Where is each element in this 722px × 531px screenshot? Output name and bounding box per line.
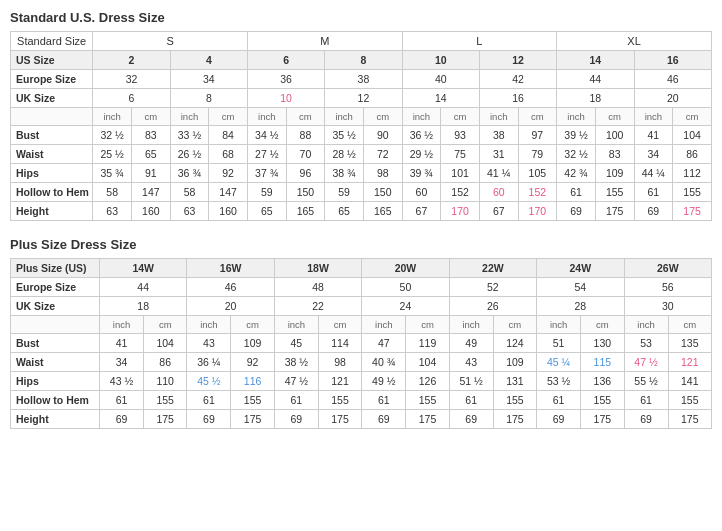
- us-size-row: US Size 2 4 6 8 10 12 14 16: [11, 51, 712, 70]
- eu-36: 36: [247, 70, 324, 89]
- plus-unit-row: inchcm inchcm inchcm inchcm inchcm inchc…: [11, 316, 712, 334]
- plus-table: Plus Size (US) 14W 16W 18W 20W 22W 24W 2…: [10, 258, 712, 429]
- plus-hips-label: Hips: [11, 372, 100, 391]
- bust-2: 33 ½: [170, 126, 209, 145]
- m-group: M: [247, 32, 402, 51]
- eu-46: 46: [634, 70, 711, 89]
- bust-5: 88: [286, 126, 325, 145]
- hollow-hem-row: Hollow to Hem 58 147 58 147 59 150 59 15…: [11, 183, 712, 202]
- bust-11: 97: [518, 126, 557, 145]
- bust-row: Bust 32 ½ 83 33 ½ 84 34 ½ 88 35 ½ 90 36 …: [11, 126, 712, 145]
- uk-12: 12: [325, 89, 402, 108]
- us-size-4: 4: [170, 51, 247, 70]
- bust-label: Bust: [11, 126, 93, 145]
- plus-22w: 22W: [449, 259, 536, 278]
- height-row: Height 63 160 63 160 65 165 65 165 67 17…: [11, 202, 712, 221]
- us-size-10: 10: [402, 51, 479, 70]
- us-size-8: 8: [325, 51, 402, 70]
- plus-height-label: Height: [11, 410, 100, 429]
- uk-14: 14: [402, 89, 479, 108]
- s-group: S: [93, 32, 248, 51]
- bust-1: 83: [131, 126, 170, 145]
- hips-label: Hips: [11, 164, 93, 183]
- eu-44: 44: [557, 70, 634, 89]
- bust-9: 93: [441, 126, 480, 145]
- uk-20: 20: [634, 89, 711, 108]
- eu-38: 38: [325, 70, 402, 89]
- uk-18: 18: [557, 89, 634, 108]
- uk-6: 6: [93, 89, 170, 108]
- bust-13: 100: [595, 126, 634, 145]
- standard-table: Standard Size S M L XL US Size 2 4 6 8 1…: [10, 31, 712, 221]
- us-size-12: 12: [479, 51, 556, 70]
- plus-europe-label: Europe Size: [11, 278, 100, 297]
- bust-0: 32 ½: [93, 126, 132, 145]
- bust-10: 38: [479, 126, 518, 145]
- uk-size-label: UK Size: [11, 89, 93, 108]
- standard-title: Standard U.S. Dress Size: [10, 10, 712, 25]
- us-size-label: US Size: [11, 51, 93, 70]
- plus-bust-row: Bust 41 104 43 109 45 114 47 119 49 124 …: [11, 334, 712, 353]
- plus-24w: 24W: [537, 259, 624, 278]
- bust-4: 34 ½: [247, 126, 286, 145]
- plus-hollow-hem-label: Hollow to Hem: [11, 391, 100, 410]
- size-group-row: Standard Size S M L XL: [11, 32, 712, 51]
- bust-7: 90: [363, 126, 402, 145]
- plus-size-header-row: Plus Size (US) 14W 16W 18W 20W 22W 24W 2…: [11, 259, 712, 278]
- uk-8: 8: [170, 89, 247, 108]
- waist-label: Waist: [11, 145, 93, 164]
- us-size-2: 2: [93, 51, 170, 70]
- plus-uk-label: UK Size: [11, 297, 100, 316]
- plus-waist-row: Waist 34 86 36 ¼ 92 38 ½ 98 40 ¾ 104 43 …: [11, 353, 712, 372]
- us-size-16: 16: [634, 51, 711, 70]
- uk-size-row: UK Size 6 8 10 12 14 16 18 20: [11, 89, 712, 108]
- plus-26w: 26W: [624, 259, 711, 278]
- xl-group: XL: [557, 32, 712, 51]
- plus-18w: 18W: [274, 259, 361, 278]
- plus-europe-row: Europe Size 44 46 48 50 52 54 56: [11, 278, 712, 297]
- plus-title: Plus Size Dress Size: [10, 237, 712, 252]
- bust-12: 39 ½: [557, 126, 596, 145]
- eu-34: 34: [170, 70, 247, 89]
- plus-bust-label: Bust: [11, 334, 100, 353]
- plus-size-us-label: Plus Size (US): [11, 259, 100, 278]
- plus-hips-row: Hips 43 ½ 110 45 ½ 116 47 ½ 121 49 ½ 126…: [11, 372, 712, 391]
- eu-40: 40: [402, 70, 479, 89]
- eu-32: 32: [93, 70, 170, 89]
- bust-14: 41: [634, 126, 673, 145]
- hips-row: Hips 35 ¾ 91 36 ¾ 92 37 ¾ 96 38 ¾ 98 39 …: [11, 164, 712, 183]
- hollow-hem-label: Hollow to Hem: [11, 183, 93, 202]
- plus-20w: 20W: [362, 259, 449, 278]
- us-size-6: 6: [247, 51, 324, 70]
- unit-row: inchcm inchcm inchcm inchcm inchcm inchc…: [11, 108, 712, 126]
- plus-hollow-hem-row: Hollow to Hem 61 155 61 155 61 155 61 15…: [11, 391, 712, 410]
- waist-row: Waist 25 ½ 65 26 ½ 68 27 ½ 70 28 ½ 72 29…: [11, 145, 712, 164]
- uk-10: 10: [247, 89, 324, 108]
- plus-waist-label: Waist: [11, 353, 100, 372]
- bust-3: 84: [209, 126, 248, 145]
- europe-size-row: Europe Size 32 34 36 38 40 42 44 46: [11, 70, 712, 89]
- us-size-14: 14: [557, 51, 634, 70]
- eu-42: 42: [479, 70, 556, 89]
- plus-16w: 16W: [187, 259, 274, 278]
- bust-8: 36 ½: [402, 126, 441, 145]
- bust-6: 35 ½: [325, 126, 364, 145]
- bust-15: 104: [673, 126, 712, 145]
- standard-size-label: Standard Size: [11, 32, 93, 51]
- europe-size-label: Europe Size: [11, 70, 93, 89]
- uk-16: 16: [479, 89, 556, 108]
- plus-height-row: Height 69 175 69 175 69 175 69 175 69 17…: [11, 410, 712, 429]
- l-group: L: [402, 32, 557, 51]
- plus-14w: 14W: [99, 259, 186, 278]
- height-label: Height: [11, 202, 93, 221]
- plus-uk-row: UK Size 18 20 22 24 26 28 30: [11, 297, 712, 316]
